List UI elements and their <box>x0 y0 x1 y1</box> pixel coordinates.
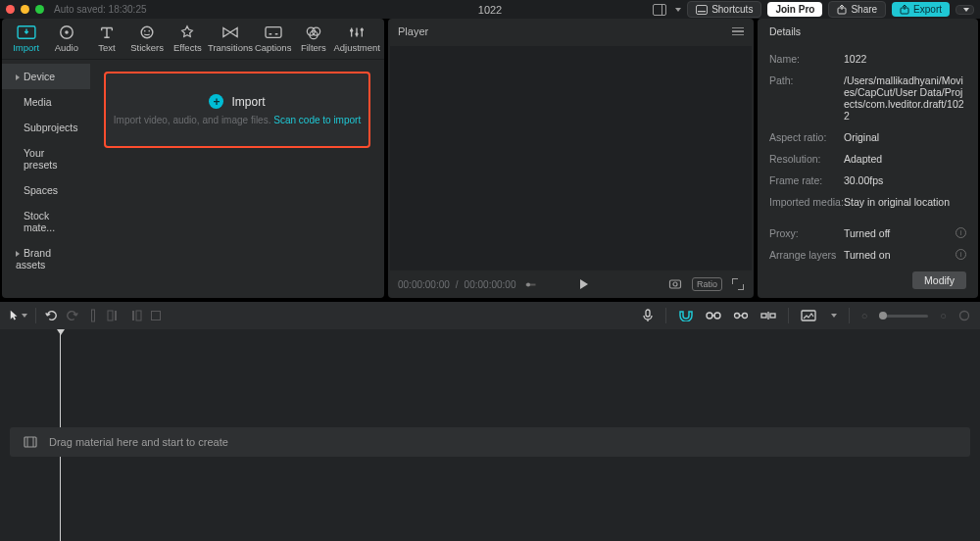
svg-point-14 <box>350 29 353 32</box>
svg-point-15 <box>356 32 359 35</box>
divider <box>35 308 36 323</box>
timeline-tracks-area[interactable]: Drag material here and start to create <box>0 329 980 541</box>
export-label: Export <box>913 4 942 15</box>
player-viewport[interactable] <box>390 46 752 270</box>
close-window-icon[interactable] <box>6 5 15 14</box>
svg-rect-33 <box>770 314 775 318</box>
sidenav-subprojects[interactable]: Subprojects <box>2 115 90 140</box>
tab-effects-label: Effects <box>173 42 202 53</box>
svg-point-30 <box>734 314 739 319</box>
preview-axis-button[interactable] <box>733 310 749 321</box>
timeline-dropzone[interactable]: Drag material here and start to create <box>10 427 970 457</box>
share-button[interactable]: Share <box>828 1 886 18</box>
mic-button[interactable] <box>642 309 654 322</box>
divider <box>665 308 666 323</box>
export-button[interactable]: Export <box>892 2 950 17</box>
sidenav-device[interactable]: Device <box>2 64 90 89</box>
shortcuts-button[interactable]: Shortcuts <box>687 1 761 18</box>
svg-rect-25 <box>136 311 141 320</box>
audio-icon <box>56 25 77 40</box>
import-dropzone[interactable]: + Import Import video, audio, and image … <box>104 72 370 148</box>
details-arr-val: Turned on <box>844 249 956 261</box>
filters-icon <box>303 25 324 40</box>
chevron-down-icon[interactable] <box>831 314 837 318</box>
details-proxy-key: Proxy: <box>769 227 844 239</box>
zoom-slider[interactable] <box>879 315 928 318</box>
transitions-icon <box>220 25 241 40</box>
captions-icon <box>263 25 284 40</box>
sidenav-spaces[interactable]: Spaces <box>2 177 90 203</box>
playhead-handle[interactable] <box>57 329 65 335</box>
layout-icon[interactable] <box>653 4 666 16</box>
details-path-val: /Users/mallikadhyani/Movies/CapCut/User … <box>844 74 966 122</box>
svg-point-6 <box>65 30 69 34</box>
delete-tool[interactable] <box>150 310 162 321</box>
tab-text[interactable]: Text <box>86 23 126 55</box>
select-tool[interactable] <box>10 310 27 321</box>
modify-button[interactable]: Modify <box>912 271 966 289</box>
split-tool[interactable] <box>87 309 99 322</box>
fullscreen-icon[interactable] <box>732 278 744 290</box>
shortcuts-label: Shortcuts <box>711 4 753 15</box>
tab-captions[interactable]: Captions <box>253 23 293 55</box>
svg-rect-23 <box>115 311 117 320</box>
tab-audio-label: Audio <box>55 42 78 53</box>
magnet-button[interactable] <box>678 310 694 321</box>
tab-adjustment-label: Adjustment <box>333 42 380 53</box>
tab-transitions[interactable]: Transitions <box>208 23 253 55</box>
sidenav-subprojects-label: Subprojects <box>24 122 77 133</box>
play-button[interactable] <box>580 279 588 289</box>
tab-stickers[interactable]: Stickers <box>127 23 168 55</box>
zoom-in-button[interactable]: ○ <box>940 310 947 321</box>
stickers-icon <box>136 25 158 40</box>
export-options-button[interactable] <box>956 5 974 15</box>
redo-button[interactable] <box>66 309 79 322</box>
join-pro-button[interactable]: Join Pro <box>767 2 822 17</box>
tab-effects[interactable]: Effects <box>168 23 208 55</box>
details-title: Details <box>758 19 978 44</box>
delete-right-tool[interactable] <box>128 309 142 322</box>
undo-button[interactable] <box>44 309 58 322</box>
maximize-window-icon[interactable] <box>35 5 44 14</box>
divider <box>788 308 789 323</box>
sidenav-spaces-label: Spaces <box>24 184 58 196</box>
sidenav-brand[interactable]: Brand assets <box>2 240 90 277</box>
ratio-button[interactable]: Ratio <box>692 277 722 291</box>
info-icon[interactable]: i <box>956 227 966 238</box>
info-icon[interactable]: i <box>956 249 966 260</box>
details-aspect-val: Original <box>844 131 966 143</box>
details-fr-key: Frame rate: <box>769 174 844 186</box>
player-menu-icon[interactable] <box>732 27 744 36</box>
snapshot-icon[interactable] <box>668 277 682 291</box>
tab-import[interactable]: Import <box>6 23 46 55</box>
zoom-out-button[interactable]: ○ <box>861 310 868 321</box>
plus-circle-icon: + <box>209 94 223 109</box>
zoom-fit-button[interactable] <box>958 310 970 321</box>
linkage-button[interactable] <box>706 310 721 321</box>
delete-left-tool[interactable] <box>107 309 121 322</box>
details-name-key: Name: <box>769 53 844 65</box>
timeline-panel: ○ ○ Drag material here and start to crea… <box>0 302 980 541</box>
top-tabs: Import Audio Text Stickers Effects Trans… <box>2 19 384 60</box>
sidenav-media[interactable]: Media <box>2 89 90 115</box>
svg-rect-10 <box>266 27 281 38</box>
scan-code-link[interactable]: Scan code to import <box>273 115 361 125</box>
cover-button[interactable] <box>801 310 816 321</box>
svg-rect-27 <box>646 310 650 317</box>
zoom-slider-icon[interactable] <box>525 279 536 290</box>
sidenav-stock[interactable]: Stock mate... <box>2 203 90 240</box>
minimize-window-icon[interactable] <box>21 5 29 14</box>
keyboard-icon <box>696 5 708 15</box>
sidenav-presets[interactable]: Your presets <box>2 140 90 177</box>
sidenav-brand-label: Brand assets <box>16 247 51 270</box>
tab-audio[interactable]: Audio <box>46 23 86 55</box>
svg-point-8 <box>144 30 146 32</box>
track-insert-button[interactable] <box>760 310 776 321</box>
tab-adjustment[interactable]: Adjustment <box>333 23 380 55</box>
tab-filters[interactable]: Filters <box>293 23 333 55</box>
svg-point-35 <box>960 312 969 320</box>
svg-rect-22 <box>108 311 113 320</box>
svg-point-7 <box>141 26 153 38</box>
sidenav-device-label: Device <box>24 71 55 82</box>
layout-chevron-icon[interactable] <box>675 8 681 12</box>
